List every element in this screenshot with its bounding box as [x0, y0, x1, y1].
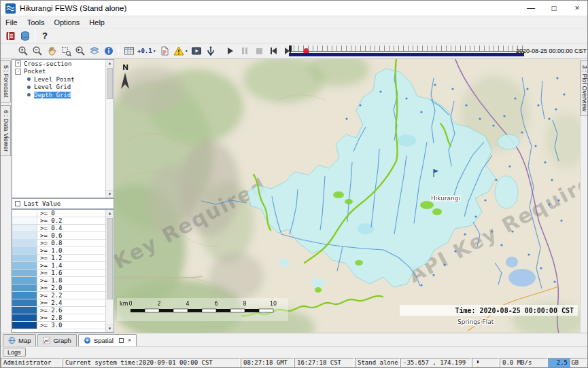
scale-bar: km 0 2 4 6 8 10: [117, 298, 288, 321]
scroll-up-icon[interactable]: ▲: [106, 60, 114, 67]
stop-button[interactable]: [252, 44, 266, 58]
view-tab-bar: Map Graph Spatial ×: [1, 333, 588, 346]
tree-item-label: Pocket: [24, 68, 46, 75]
layers-button[interactable]: [87, 44, 101, 58]
warning-triangle-icon: [173, 45, 184, 56]
menu-help[interactable]: Help: [84, 18, 109, 26]
tab-data-viewer[interactable]: 6 : Data Viewer: [1, 105, 11, 156]
tree-item-cross-section[interactable]: + Cross-section: [12, 60, 114, 68]
legend-label: >= 1.4: [37, 262, 63, 269]
tab-restore-icon[interactable]: [119, 338, 124, 343]
scale-tick: 10: [270, 301, 277, 307]
legend-swatch: [12, 284, 37, 291]
menu-options[interactable]: Options: [49, 18, 84, 26]
logbook-button[interactable]: [3, 29, 18, 43]
play-button[interactable]: [224, 44, 238, 58]
map-toolbar: +0.1 ▼ ▼ 2020-08-25 00:00:00 CST: [1, 43, 588, 59]
zoom-previous-icon: [75, 45, 86, 56]
database-icon: [20, 31, 31, 41]
scrollbar-thumb[interactable]: [107, 68, 113, 99]
tree-scrollbar[interactable]: ▲ ▼: [105, 60, 114, 198]
tab-graph[interactable]: Graph: [37, 334, 76, 346]
expand-icon[interactable]: +: [15, 60, 21, 67]
zoom-previous-button[interactable]: [73, 44, 87, 58]
zoom-out-button[interactable]: [30, 44, 44, 58]
tree-item-pocket[interactable]: - Pocket: [12, 68, 114, 76]
minimize-button[interactable]: —: [519, 1, 542, 16]
tree-item-label: Depth Grid: [34, 92, 71, 98]
tree-item-label: Level Point: [34, 76, 75, 83]
thresholds-dropdown[interactable]: ▼: [172, 44, 190, 58]
tab-label: Graph: [53, 337, 71, 344]
zoom-in-button[interactable]: [16, 44, 30, 58]
zoom-region-button[interactable]: [58, 44, 73, 58]
tab-forecast[interactable]: 5 : Forecast: [1, 60, 11, 103]
legend-swatch: [12, 240, 37, 246]
legend-label: >= 0: [37, 210, 55, 217]
pan-button[interactable]: [44, 44, 58, 58]
location-profile-button[interactable]: [204, 44, 218, 58]
scale-tick: 0: [128, 301, 132, 307]
layer-tree-panel: + Cross-section - Pocket Level Point Lev…: [12, 59, 114, 198]
status-user: Administrator: [1, 358, 62, 368]
database-button[interactable]: [18, 29, 32, 43]
scroll-down-icon[interactable]: ▼: [106, 190, 114, 198]
logs-button[interactable]: Logs: [3, 348, 26, 357]
legend-scrollbar[interactable]: ▲ ▼: [105, 210, 114, 332]
go-to-start-button[interactable]: [266, 44, 281, 58]
tab-close-icon[interactable]: ×: [128, 337, 131, 344]
timeline-range-bar: [289, 53, 524, 56]
legend-row: >= 0.8: [12, 240, 106, 247]
menu-file[interactable]: File: [1, 18, 22, 26]
timeline-slider[interactable]: [289, 45, 524, 57]
grid-display-button[interactable]: [122, 44, 136, 58]
menu-tools[interactable]: Tools: [22, 18, 50, 26]
collapse-icon[interactable]: -: [15, 69, 21, 75]
close-button[interactable]: ×: [566, 1, 588, 16]
red-book-icon: [5, 31, 16, 41]
tree-item-level-grid[interactable]: Level Grid: [12, 84, 114, 92]
tree-item-level-point[interactable]: Level Point: [12, 75, 114, 84]
legend-row: >= 3.0: [12, 322, 106, 329]
zoom-in-icon: [18, 45, 29, 56]
help-button[interactable]: ?: [38, 31, 52, 41]
scale-tick: 4: [186, 301, 189, 307]
play-icon: [228, 48, 233, 54]
status-mode: Stand alone: [355, 358, 400, 368]
tab-map[interactable]: Map: [3, 334, 36, 346]
maximize-button[interactable]: □: [542, 1, 566, 16]
place-label-springs-flat: Springs Flat: [457, 318, 494, 325]
scrollbar-thumb[interactable]: [107, 218, 113, 299]
legend-label: >= 3.0: [37, 322, 63, 329]
scroll-down-icon[interactable]: ▼: [106, 325, 114, 332]
warning-icon: [474, 359, 481, 368]
scale-bar-segments: [131, 309, 273, 312]
document-icon: [159, 45, 170, 56]
status-bar: Administrator Current system time:2020-0…: [1, 358, 588, 368]
profile-document-button[interactable]: [158, 44, 172, 58]
tab-spatial[interactable]: Spatial ×: [78, 334, 137, 346]
scroll-up-icon[interactable]: ▲: [106, 210, 114, 217]
tab-plot-overview[interactable]: 3 : Plot Overview: [581, 60, 588, 116]
legend-row: >= 2.6: [12, 307, 106, 314]
hand-icon: [46, 45, 57, 56]
timeline-thumb[interactable]: [289, 45, 292, 52]
map-canvas[interactable]: API Key Required API Key Required: [114, 59, 580, 333]
info-button[interactable]: [101, 44, 116, 58]
tree-item-depth-grid[interactable]: Depth Grid: [12, 91, 114, 99]
legend-row: >= 2.4: [12, 299, 106, 307]
pause-icon: [242, 48, 247, 54]
legend-label: >= 0.4: [37, 225, 63, 232]
window-controls: — □ ×: [519, 1, 588, 16]
legend-label: >= 0.8: [37, 240, 63, 246]
map-time-label: Time: 2020-08-25 00:00:00 CST: [455, 307, 574, 314]
legend-row: >= 0.2: [12, 217, 106, 225]
pause-button[interactable]: [238, 44, 252, 58]
class-break-dropdown[interactable]: +0.1 ▼: [136, 44, 158, 58]
animation-export-button[interactable]: [190, 44, 204, 58]
tree-item-label: Level Grid: [34, 84, 71, 90]
last-value-checkbox[interactable]: [15, 201, 20, 206]
chevron-down-icon: ▼: [185, 50, 188, 53]
legend-label: >= 2.6: [37, 307, 63, 314]
legend-label: >= 1.8: [37, 277, 63, 284]
